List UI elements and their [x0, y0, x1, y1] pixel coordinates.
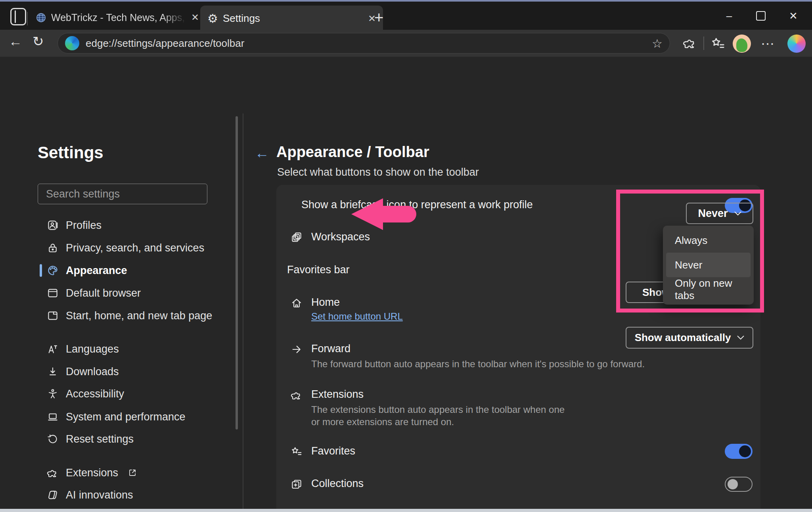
tab-separator [27, 12, 28, 25]
annotation-highlight-rectangle [616, 190, 764, 313]
profiles-icon [47, 219, 59, 231]
more-options-icon[interactable]: … [760, 32, 776, 48]
extensions-icon [291, 389, 303, 401]
tab-bar: WebTrickz - Tech News, Apps, How ✕ ⚙ Set… [0, 2, 812, 30]
sidebar-item-label: Appearance [66, 265, 127, 277]
setting-label: Extensions [311, 388, 364, 401]
close-tab-icon[interactable]: ✕ [191, 13, 199, 22]
tab-webtrickz[interactable]: WebTrickz - Tech News, Apps, How ✕ [32, 7, 203, 28]
set-home-url-link[interactable]: Set home button URL [311, 311, 403, 322]
reset-icon [47, 433, 59, 445]
sidebar-item-languages[interactable]: Languages [38, 338, 227, 360]
laptop-icon [47, 411, 59, 423]
setting-label: Workspaces [311, 231, 370, 243]
languages-icon [47, 343, 59, 355]
favorite-star-icon[interactable]: ☆ [652, 36, 663, 50]
edge-browser-window: WebTrickz - Tech News, Apps, How ✕ ⚙ Set… [0, 0, 812, 512]
chevron-down-icon [737, 336, 744, 340]
annotation-arrow-icon [350, 196, 418, 232]
workspaces-icon [291, 231, 303, 243]
sidebar-item-label: Extensions [66, 467, 118, 479]
sidebar-title: Settings [38, 143, 103, 162]
accessibility-icon [47, 388, 59, 400]
sidebar-item-extensions[interactable]: Extensions [38, 462, 227, 484]
close-window-button[interactable]: ✕ [782, 7, 805, 25]
edge-site-icon [65, 36, 79, 50]
sidebar-item-default-browser[interactable]: Default browser [38, 282, 227, 304]
sidebar-item-label: System and performance [66, 411, 186, 423]
palette-icon [47, 265, 59, 276]
page-subtitle: Select what buttons to show on the toolb… [277, 166, 479, 178]
ai-icon [47, 489, 59, 501]
tab-actions-menu-icon[interactable] [10, 8, 26, 25]
toolbar-separator [703, 36, 704, 50]
setting-description: The extensions button auto appears in th… [311, 403, 565, 428]
setting-label: Home [311, 296, 340, 309]
sidebar-item-accessibility[interactable]: Accessibility [38, 383, 227, 405]
forward-icon [291, 343, 303, 355]
setting-label: Favorites bar [287, 264, 350, 276]
sidebar-item-label: Start, home, and new tab page [66, 310, 212, 322]
collections-toggle[interactable] [725, 477, 753, 492]
sidebar-item-system-performance[interactable]: System and performance [38, 406, 227, 428]
url-text: edge://settings/appearance/toolbar [86, 37, 652, 50]
new-tab-button[interactable]: + [374, 9, 383, 27]
address-bar[interactable]: edge://settings/appearance/toolbar ☆ [57, 33, 670, 54]
favorites-star-icon [291, 445, 303, 457]
maximize-icon [756, 11, 766, 21]
setting-label: Collections [311, 477, 364, 490]
extensions-dropdown[interactable]: Show automatically [626, 327, 753, 349]
home-icon [291, 297, 303, 309]
lock-icon [47, 242, 59, 254]
sidebar-item-label: Languages [66, 343, 119, 355]
tab-title: Settings [223, 12, 363, 25]
sidebar-item-ai-innovations[interactable]: AI innovations [38, 484, 227, 506]
sidebar-scrollbar[interactable] [236, 116, 238, 430]
gear-favicon: ⚙ [207, 13, 218, 25]
sidebar-item-downloads[interactable]: Downloads [38, 361, 227, 383]
globe-favicon [36, 12, 46, 23]
sidebar-item-label: AI innovations [66, 489, 133, 501]
setting-description: The forward button auto appears in the t… [311, 358, 692, 370]
setting-label: Forward [311, 343, 350, 355]
sidebar-item-reset-settings[interactable]: Reset settings [38, 428, 227, 450]
refresh-icon[interactable]: ↻ [33, 35, 44, 48]
sidebar-item-profiles[interactable]: Profiles [38, 214, 227, 236]
sidebar-item-label: Profiles [66, 219, 102, 232]
extensions-puzzle-icon[interactable] [683, 36, 697, 50]
external-link-icon [127, 468, 138, 478]
sidebar-item-appearance[interactable]: Appearance [38, 259, 227, 282]
content-divider [243, 113, 243, 512]
sidebar-item-label: Privacy, search, and services [66, 242, 204, 254]
browser-window-icon [47, 287, 59, 299]
maximize-button[interactable] [749, 7, 772, 25]
sidebar-item-label: Reset settings [66, 433, 134, 445]
tab-title: WebTrickz - Tech News, Apps, How [51, 12, 186, 23]
minimize-button[interactable]: – [718, 7, 741, 25]
collections-icon [291, 478, 303, 490]
setting-label: Favorites [311, 445, 355, 457]
back-icon[interactable]: ← [9, 35, 22, 48]
search-settings-input[interactable] [38, 184, 207, 204]
sidebar-item-label: Downloads [66, 366, 119, 378]
puzzle-icon [47, 467, 59, 479]
sidebar-item-start-home-newtab[interactable]: Start, home, and new tab page [38, 305, 227, 327]
favorites-toggle[interactable] [725, 444, 753, 459]
tab-page-icon [47, 310, 59, 322]
copilot-icon[interactable] [787, 35, 806, 53]
page-title: Appearance / Toolbar [276, 144, 429, 161]
tab-settings[interactable]: ⚙ Settings ✕ [200, 6, 383, 31]
download-icon [47, 366, 59, 378]
sidebar-item-privacy[interactable]: Privacy, search, and services [38, 237, 227, 259]
back-to-appearance-icon[interactable]: ← [255, 145, 269, 161]
screen-bottom-edge [0, 509, 812, 512]
sidebar-item-label: Accessibility [66, 388, 124, 400]
dropdown-value: Show automatically [635, 332, 731, 344]
sidebar-item-label: Default browser [66, 287, 141, 299]
profile-avatar[interactable] [733, 35, 751, 53]
favorites-list-icon[interactable] [710, 36, 726, 51]
